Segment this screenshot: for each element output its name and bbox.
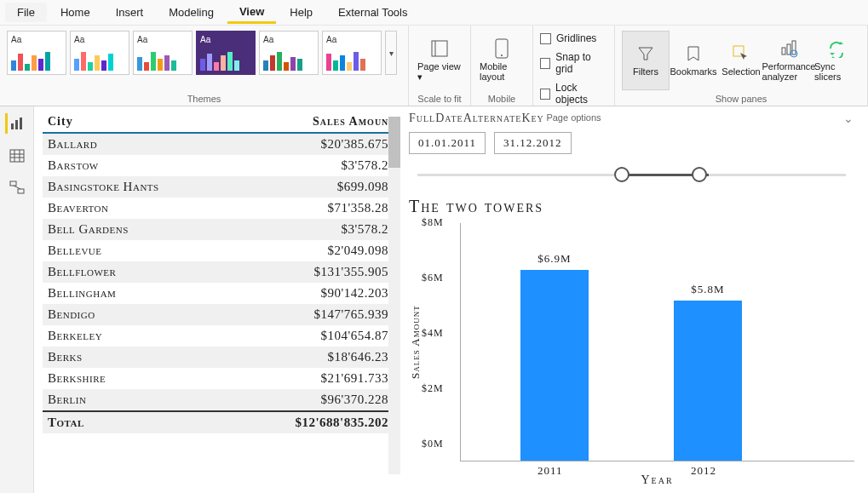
- table-row[interactable]: Bendigo$147'765.9394: [43, 304, 400, 325]
- menu-view[interactable]: View: [227, 2, 276, 24]
- menu-bar: File Home Insert Modeling View Help Exte…: [0, 0, 868, 26]
- cell-city: Bellevue: [48, 244, 250, 258]
- svg-rect-21: [18, 189, 24, 193]
- table-row[interactable]: Barstow$3'578.27: [43, 155, 400, 176]
- cell-value: $20'385.6757: [250, 137, 395, 152]
- slicer-dropdown-icon[interactable]: ⌄: [843, 112, 854, 125]
- svg-rect-13: [15, 120, 18, 129]
- mobile-layout-button[interactable]: Mobile layout: [478, 31, 526, 90]
- table-row[interactable]: Berlin$96'370.2289: [43, 389, 400, 410]
- bar[interactable]: [520, 270, 589, 461]
- date-from-input[interactable]: 01.01.2011: [409, 132, 486, 154]
- menu-insert[interactable]: Insert: [104, 3, 156, 22]
- svg-rect-20: [10, 181, 16, 186]
- svg-rect-15: [10, 150, 24, 162]
- checkbox-icon: [540, 58, 550, 69]
- cell-value: $3'578.27: [250, 158, 395, 173]
- ribbon-group-label: Themes: [7, 92, 401, 104]
- table-row[interactable]: Bellevue$2'049.0982: [43, 240, 400, 261]
- date-range-slider[interactable]: [417, 164, 846, 185]
- data-view-button[interactable]: [5, 146, 29, 166]
- cell-value: $131'355.9057: [250, 265, 395, 279]
- menu-file[interactable]: File: [5, 3, 47, 22]
- svg-marker-4: [639, 48, 652, 60]
- slider-handle-from[interactable]: [614, 167, 629, 182]
- cell-value: $3'578.27: [250, 222, 395, 237]
- lock-objects-checkbox[interactable]: Lock objects: [540, 80, 607, 107]
- table-row[interactable]: Bellingham$90'142.2032: [43, 283, 400, 304]
- cell-city: Berkshire: [48, 371, 250, 386]
- theme-thumb[interactable]: Aa: [259, 31, 319, 75]
- cell-city: Barstow: [48, 158, 250, 173]
- x-axis-label: Year: [460, 473, 854, 487]
- cell-city: Bellflower: [48, 265, 250, 279]
- cell-value: $96'370.2289: [250, 393, 395, 407]
- bookmarks-pane-button[interactable]: Bookmarks: [670, 31, 717, 90]
- svg-rect-8: [792, 41, 796, 54]
- performance-analyzer-button[interactable]: Performance analyzer: [765, 31, 813, 90]
- table-row[interactable]: Basingstoke Hants$699.0982: [43, 176, 400, 198]
- svg-rect-14: [20, 118, 22, 129]
- theme-thumb[interactable]: Aa: [322, 31, 382, 75]
- table-row[interactable]: Bellflower$131'355.9057: [43, 261, 400, 283]
- table-row[interactable]: Berkeley$104'654.878: [43, 325, 400, 347]
- cell-city: Berlin: [48, 393, 250, 407]
- snap-to-grid-checkbox[interactable]: Snap to grid: [540, 49, 607, 77]
- cell-city: Bell Gardens: [48, 222, 250, 237]
- filters-pane-button[interactable]: Filters: [622, 31, 670, 90]
- table-row[interactable]: Berkshire$21'691.7332: [43, 368, 400, 389]
- cell-value: $21'691.7332: [250, 371, 395, 386]
- column-header-sales[interactable]: Sales Amount: [250, 115, 395, 129]
- theme-thumb[interactable]: Aa: [7, 31, 66, 75]
- slider-handle-to[interactable]: [692, 167, 707, 182]
- bar-chart[interactable]: Sales Amount $0M$2M$4M$6M$8M$6.9M2011$5.…: [409, 223, 854, 461]
- y-tick: $4M: [422, 327, 444, 340]
- column-header-city[interactable]: City: [48, 115, 250, 129]
- y-tick: $0M: [422, 438, 444, 450]
- gridlines-checkbox[interactable]: Gridlines: [540, 31, 607, 46]
- svg-line-22: [14, 186, 20, 189]
- date-to-input[interactable]: 31.12.2012: [494, 132, 572, 154]
- selection-pane-button[interactable]: Selection: [717, 31, 765, 90]
- table-row[interactable]: Berks$18'646.237: [43, 347, 400, 368]
- y-tick: $2M: [422, 382, 444, 395]
- cell-city: Basingstoke Hants: [48, 180, 250, 194]
- table-row[interactable]: Bell Gardens$3'578.27: [43, 219, 400, 240]
- sync-slicers-button[interactable]: Sync slicers: [813, 31, 860, 90]
- cell-city: Berkeley: [48, 329, 250, 343]
- x-tick: 2011: [537, 464, 563, 478]
- menu-help[interactable]: Help: [278, 3, 325, 22]
- scrollbar-thumb[interactable]: [388, 117, 400, 168]
- table-visual[interactable]: City Sales Amount Ballard$20'385.6757Bar…: [43, 112, 400, 488]
- cell-value: $147'765.9394: [250, 307, 395, 322]
- menu-modeling[interactable]: Modeling: [157, 3, 226, 22]
- svg-rect-6: [782, 48, 785, 54]
- menu-external-tools[interactable]: External Tools: [326, 3, 419, 22]
- bar-label: $5.8M: [670, 283, 746, 296]
- sync-icon: [827, 39, 846, 58]
- page-view-button[interactable]: Page view ▾: [416, 31, 463, 90]
- theme-thumb[interactable]: Aa: [133, 31, 193, 75]
- report-canvas: City Sales Amount Ballard$20'385.6757Bar…: [0, 106, 868, 493]
- checkbox-icon: [540, 33, 551, 44]
- menu-home[interactable]: Home: [49, 3, 102, 22]
- svg-point-9: [790, 50, 797, 57]
- slicer-title: FullDateAlternateKey: [409, 112, 544, 125]
- table-row[interactable]: Beaverton$71'358.287: [43, 198, 400, 219]
- view-switcher: [0, 106, 34, 493]
- theme-thumb[interactable]: Aa: [70, 31, 129, 75]
- svg-rect-7: [787, 44, 790, 54]
- y-tick: $8M: [422, 216, 444, 229]
- themes-dropdown[interactable]: ▾: [385, 31, 397, 75]
- bar[interactable]: [674, 301, 742, 461]
- theme-thumb-selected[interactable]: Aa: [196, 31, 256, 75]
- model-view-button[interactable]: [5, 178, 29, 198]
- cell-value: $71'358.287: [250, 201, 395, 215]
- scrollbar-track[interactable]: [388, 117, 400, 474]
- svg-rect-12: [11, 123, 14, 129]
- table-row[interactable]: Ballard$20'385.6757: [43, 134, 400, 155]
- filter-icon: [636, 44, 655, 63]
- cell-value: $104'654.878: [250, 329, 395, 343]
- chart-title: The two towers: [409, 197, 854, 216]
- report-view-button[interactable]: [5, 113, 29, 134]
